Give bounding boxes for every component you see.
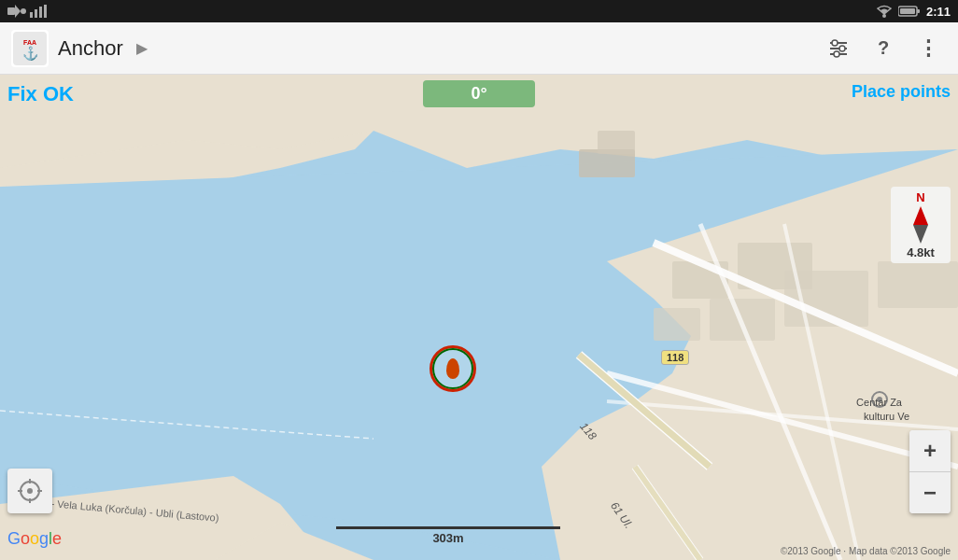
boat-inner	[432, 348, 473, 389]
scale-bar: 303m	[336, 526, 560, 545]
svg-text:⚓: ⚓	[22, 46, 39, 62]
svg-rect-6	[44, 5, 47, 18]
help-button[interactable]: ?	[865, 30, 902, 67]
heading-badge: 0°	[423, 80, 535, 107]
svg-rect-0	[7, 7, 15, 15]
svg-rect-4	[35, 9, 37, 18]
status-time: 2:11	[926, 5, 951, 19]
compass-north-label: N	[895, 190, 947, 204]
adjust-button[interactable]	[820, 30, 857, 67]
zoom-in-button[interactable]: +	[909, 430, 951, 471]
svg-rect-44	[598, 131, 635, 154]
back-chevron: ▶	[136, 39, 148, 57]
svg-rect-3	[30, 12, 33, 18]
battery-icon	[898, 5, 921, 18]
map-area[interactable]: Fix OK 0° Place points N 4.8kt 118 118 6…	[0, 75, 958, 560]
fix-ok-label[interactable]: Fix OK	[7, 82, 74, 106]
svg-marker-1	[15, 5, 21, 18]
gps-icon	[17, 478, 43, 504]
scale-text: 303m	[432, 531, 463, 545]
svg-point-2	[21, 8, 26, 14]
boat-marker	[430, 345, 476, 392]
place-points-button[interactable]: Place points	[852, 82, 951, 102]
copyright-label: ©2013 Google · Map data ©2013 Google	[781, 546, 951, 556]
compass-widget: N 4.8kt	[891, 187, 951, 263]
wifi-icon	[876, 5, 893, 18]
svg-point-7	[882, 14, 886, 18]
svg-rect-10	[900, 8, 915, 14]
status-bar: 2:11	[0, 0, 958, 22]
app-bar: FAA ⚓ Anchor ▶ ? ⋮	[0, 22, 958, 75]
gps-button[interactable]	[7, 469, 52, 513]
svg-text:FAA: FAA	[23, 39, 36, 46]
compass-arrow	[909, 206, 932, 244]
app-bar-left: FAA ⚓ Anchor ▶	[11, 30, 148, 67]
overflow-menu-button[interactable]: ⋮	[909, 30, 947, 67]
arrow-south	[913, 225, 928, 244]
anchor-app-icon: FAA ⚓	[13, 32, 47, 65]
status-bar-left	[7, 5, 47, 18]
svg-rect-5	[39, 7, 42, 18]
svg-point-19	[834, 51, 839, 57]
kulturu-ve-label: kulturu Ve	[864, 411, 909, 422]
signal-icon	[30, 5, 47, 18]
svg-point-48	[27, 488, 33, 494]
svg-point-18	[839, 46, 845, 51]
app-title: Anchor	[58, 36, 123, 61]
centar-za-label: Centar Za	[856, 397, 902, 408]
overflow-icon: ⋮	[918, 36, 938, 61]
app-logo: FAA ⚓	[11, 30, 49, 67]
google-logo: G o o g l e	[7, 529, 62, 549]
android-icons	[7, 5, 26, 18]
scale-line	[336, 526, 560, 529]
zoom-controls: + −	[909, 430, 951, 513]
google-g: G	[7, 529, 21, 549]
map-background	[0, 75, 958, 560]
svg-rect-32	[878, 261, 958, 308]
adjust-icon	[827, 37, 850, 60]
zoom-out-button[interactable]: −	[909, 472, 951, 513]
status-bar-right: 2:11	[876, 5, 951, 19]
svg-rect-9	[917, 9, 920, 13]
arrow-north	[913, 206, 928, 225]
svg-rect-29	[654, 308, 700, 341]
boat-teardrop	[446, 358, 459, 379]
speed-label: 4.8kt	[895, 245, 947, 259]
svg-point-17	[832, 40, 838, 46]
help-icon: ?	[878, 37, 889, 59]
boat-circle	[430, 345, 476, 392]
app-bar-actions: ? ⋮	[820, 30, 947, 67]
road-118-badge: 118	[661, 350, 689, 365]
